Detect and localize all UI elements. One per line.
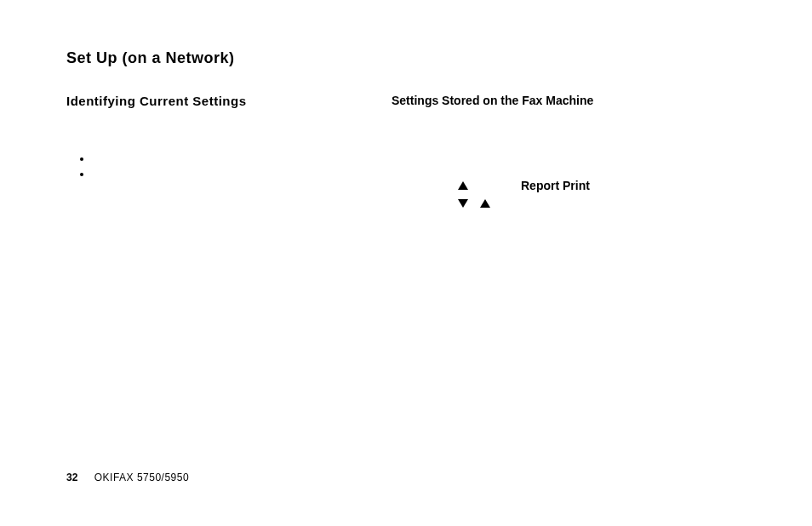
report-label: Report Print <box>521 179 590 192</box>
report-block: Report Print <box>458 179 590 208</box>
list-item <box>92 168 364 181</box>
document-page: Set Up (on a Network) Identifying Curren… <box>0 0 812 526</box>
arrow-row-2 <box>458 199 590 208</box>
page-number: 32 <box>66 472 77 483</box>
left-column: Identifying Current Settings <box>66 94 364 183</box>
list-item <box>92 152 364 166</box>
bullet-list <box>92 152 364 181</box>
right-column: Settings Stored on the Fax Machine Repor… <box>392 94 749 107</box>
main-heading: Set Up (on a Network) <box>66 49 235 67</box>
triangle-up-icon <box>458 181 468 190</box>
right-subheading: Settings Stored on the Fax Machine <box>392 94 749 107</box>
footer: 32 OKIFAX 5750/5950 <box>66 472 189 483</box>
triangle-down-icon <box>458 199 468 208</box>
arrow-row-1: Report Print <box>458 179 590 192</box>
left-subheading: Identifying Current Settings <box>66 94 364 108</box>
manual-name: OKIFAX 5750/5950 <box>94 472 189 483</box>
triangle-up-icon <box>480 199 490 208</box>
